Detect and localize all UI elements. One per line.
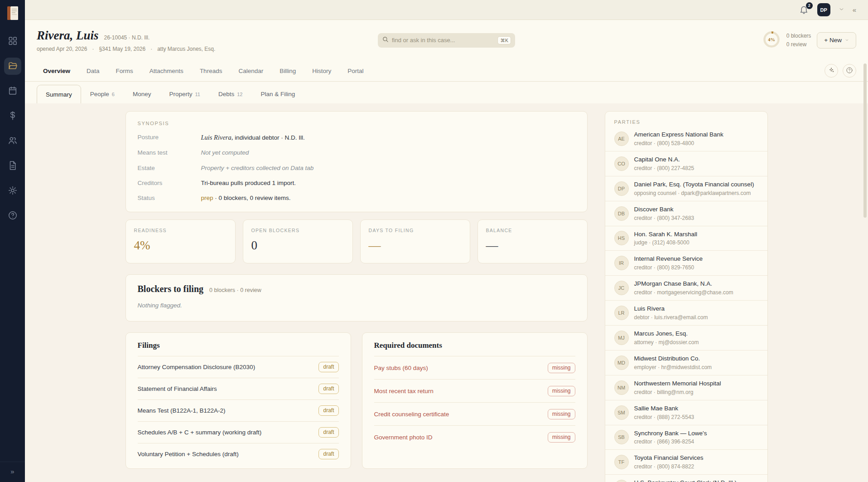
avatar: DB: [614, 206, 629, 221]
party-row[interactable]: DB Discover Bank creditor · (800) 347-26…: [605, 201, 767, 226]
party-name: Luis Rivera: [634, 305, 708, 313]
subtab-debts[interactable]: Debts12: [209, 85, 252, 103]
avatar: MD: [614, 355, 629, 370]
status-badge: draft: [318, 384, 338, 394]
help-circle-icon: [846, 67, 853, 75]
gear-icon: [8, 185, 18, 197]
party-row[interactable]: DP Daniel Park, Esq. (Toyota Financial c…: [605, 176, 767, 201]
tab-overview[interactable]: Overview: [43, 68, 70, 74]
collapse-panel-button[interactable]: «: [853, 6, 856, 14]
case-search[interactable]: ⌘K: [378, 33, 515, 48]
ai-assist-button[interactable]: [825, 64, 838, 78]
tab-billing[interactable]: Billing: [280, 68, 296, 74]
filings-card: Filings Attorney Compensation Disclosure…: [125, 332, 351, 469]
filing-item[interactable]: Schedules A/B + C + summary (working dra…: [138, 422, 339, 443]
status-badge: draft: [318, 405, 338, 416]
sidebar-item-billing[interactable]: [4, 107, 21, 125]
tab-forms[interactable]: Forms: [116, 68, 133, 74]
search-input[interactable]: [392, 37, 494, 44]
tab-calendar[interactable]: Calendar: [238, 68, 263, 74]
avatar: MJ: [614, 331, 629, 345]
meta-separator: ·: [150, 46, 152, 52]
party-row[interactable]: JC JPMorgan Chase Bank, N.A. creditor · …: [605, 276, 767, 301]
party-row[interactable]: CO Capital One N.A. creditor · (800) 227…: [605, 151, 767, 176]
sidebar-item-settings[interactable]: [4, 182, 21, 200]
app-logo-journal-icon[interactable]: [6, 5, 19, 21]
tab-threads[interactable]: Threads: [200, 68, 222, 74]
new-button[interactable]: + New: [817, 32, 856, 49]
document-name: Schedules A/B + C + summary (working dra…: [138, 429, 262, 436]
blockers-card: Blockers to filing 0 blockers · 0 review…: [125, 274, 588, 321]
subtab-plan-filing[interactable]: Plan & Filing: [251, 85, 304, 103]
avatar: CO: [614, 156, 629, 171]
party-row[interactable]: LR Luis Rivera debtor · luis.rivera@emai…: [605, 301, 767, 326]
sidebar-expand-button[interactable]: »: [10, 467, 14, 475]
overview-column: SYNOPSIS Posture Luis Rivera, individual…: [125, 111, 588, 469]
sidebar-item-cases[interactable]: [4, 58, 21, 75]
synopsis-row-estate: Estate Property + creditors collected on…: [138, 165, 575, 172]
required-documents-card: Required documents Pay stubs (60 days) m…: [362, 332, 588, 469]
party-row[interactable]: IR Internal Revenue Service creditor · (…: [605, 251, 767, 276]
stat-label: OPEN BLOCKERS: [251, 228, 344, 233]
main-tabs: Overview Data Forms Attachments Threads …: [25, 60, 868, 82]
party-row[interactable]: SB Synchrony Bank — Lowe's creditor · (8…: [605, 425, 767, 450]
search-icon: [382, 36, 389, 44]
user-avatar[interactable]: DP: [817, 3, 830, 16]
party-row[interactable]: MD Midwest Distribution Co. employer · h…: [605, 351, 767, 375]
party-name: Toyota Financial Services: [634, 454, 704, 462]
tab-portal[interactable]: Portal: [347, 68, 363, 74]
party-name: JPMorgan Chase Bank, N.A.: [634, 280, 733, 288]
case-meta-row: opened Apr 20, 2026 · §341 May 19, 2026 …: [37, 46, 378, 52]
required-document-item[interactable]: Credit counseling certificate missing: [374, 403, 575, 426]
party-row[interactable]: HS Hon. Sarah K. Marshall judge · (312) …: [605, 226, 767, 251]
notifications-button[interactable]: 2: [799, 5, 809, 15]
help-button[interactable]: [843, 64, 856, 78]
chevron-down-icon: [845, 37, 849, 44]
parties-column: PARTIES AE American Express National Ban…: [605, 111, 768, 482]
search-shortcut-badge: ⌘K: [497, 36, 511, 44]
account-menu-button[interactable]: [839, 6, 844, 14]
blockers-empty-state: Nothing flagged.: [138, 302, 575, 309]
synopsis-row-posture: Posture Luis Rivera, individual debtor ·…: [138, 134, 575, 141]
sidebar-item-dashboard[interactable]: [4, 33, 21, 50]
tab-history[interactable]: History: [312, 68, 331, 74]
filing-item[interactable]: Attorney Compensation Disclosure (B2030)…: [138, 356, 339, 378]
subtab-people[interactable]: People6: [81, 85, 124, 103]
filing-item[interactable]: Statement of Financial Affairs draft: [138, 378, 339, 400]
dashboard-grid-icon: [8, 36, 18, 47]
party-row[interactable]: TF Toyota Financial Services creditor · …: [605, 450, 767, 475]
party-row[interactable]: AE American Express National Bank credit…: [605, 127, 767, 151]
required-document-item[interactable]: Pay stubs (60 days) missing: [374, 356, 575, 380]
required-document-item[interactable]: Most recent tax return missing: [374, 380, 575, 403]
party-role-contact: creditor · (800) 874-8822: [634, 463, 704, 470]
sidebar-item-calendar[interactable]: [4, 83, 21, 100]
avatar: SM: [614, 405, 629, 420]
document-icon: [8, 161, 18, 172]
stat-label: DAYS TO FILING: [369, 228, 462, 233]
parties-card: PARTIES AE American Express National Ban…: [605, 111, 768, 482]
party-role-contact: creditor · (800) 227-4825: [634, 165, 694, 171]
party-row[interactable]: UB U.S. Bankruptcy Court Clerk (N.D. Ill…: [605, 475, 767, 482]
subtab-property[interactable]: Property11: [160, 85, 209, 103]
synopsis-row-creditors: Creditors Tri-bureau pulls produced 1 im…: [138, 180, 575, 187]
tab-attachments[interactable]: Attachments: [149, 68, 183, 74]
stat-card-days-to-filing: DAYS TO FILING —: [360, 219, 470, 263]
status-badge: missing: [548, 432, 575, 443]
filing-item[interactable]: Voluntary Petition + Schedules (draft) d…: [138, 443, 339, 465]
tab-data[interactable]: Data: [87, 68, 100, 74]
required-document-item[interactable]: Government photo ID missing: [374, 426, 575, 448]
readiness-donut: 4%: [762, 30, 781, 50]
sidebar-item-documents[interactable]: [4, 157, 21, 175]
scrollbar-thumb[interactable]: [863, 63, 867, 218]
subtab-money[interactable]: Money: [124, 85, 160, 103]
party-row[interactable]: SM Sallie Mae Bank creditor · (888) 272-…: [605, 400, 767, 425]
subtab-summary[interactable]: Summary: [37, 85, 81, 103]
party-row[interactable]: MJ Marcus Jones, Esq. attorney · mj@doss…: [605, 326, 767, 351]
status-badge: missing: [548, 386, 575, 396]
avatar: IR: [614, 256, 629, 270]
filing-item[interactable]: Means Test (B122A-1, B122A-2) draft: [138, 400, 339, 422]
blockers-title: Blockers to filing: [138, 284, 204, 294]
party-row[interactable]: NM Northwestern Memorial Hospital credit…: [605, 375, 767, 400]
sidebar-item-contacts[interactable]: [4, 132, 21, 150]
sidebar-item-help[interactable]: [4, 207, 21, 224]
